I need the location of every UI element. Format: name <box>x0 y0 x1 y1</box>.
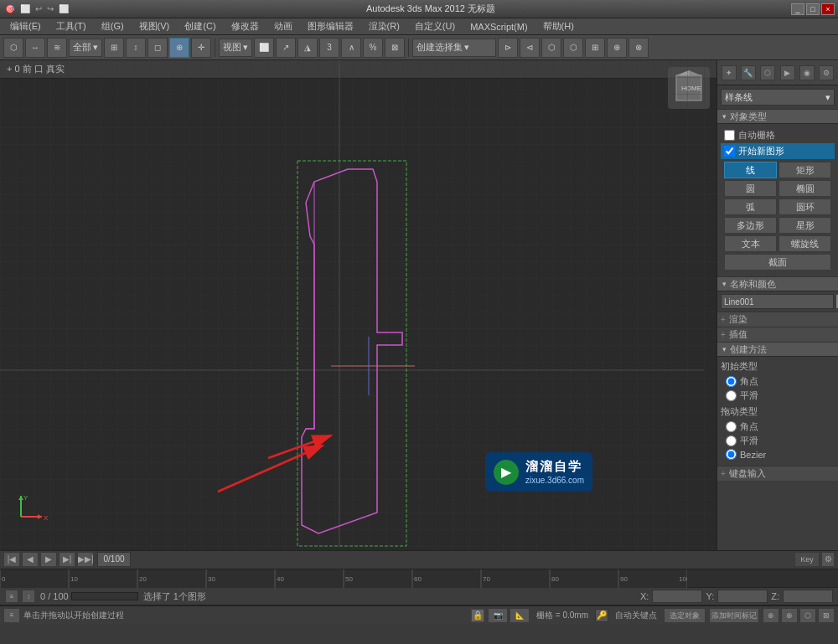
menu-maxscript[interactable]: MAXScript(M) <box>463 20 534 33</box>
toolbar-btn-7[interactable]: ⬜ <box>254 38 274 58</box>
toolbar-btn-select[interactable]: ⊕ <box>169 38 189 58</box>
status-btn-1[interactable]: ≡ <box>5 590 18 603</box>
btn-ellipse[interactable]: 椭圆 <box>779 180 831 197</box>
toolbar-btn-19[interactable]: ⊕ <box>607 38 627 58</box>
toolbar-btn-9[interactable]: ◮ <box>297 38 318 58</box>
btn-circle[interactable]: 圆 <box>724 180 777 197</box>
initial-type-label: 初始类型 <box>721 360 835 373</box>
snap-btn-1[interactable]: 📷 <box>488 608 508 623</box>
toolbar-btn-8[interactable]: ↗ <box>276 38 296 58</box>
key-icon[interactable]: 🔑 <box>595 609 608 622</box>
auto-grid-checkbox[interactable] <box>724 130 735 141</box>
render-rollout[interactable]: + 渲染 <box>717 312 838 327</box>
toolbar-btn-2[interactable]: ↔ <box>25 38 45 58</box>
toolbar-btn-20[interactable]: ⊗ <box>628 38 649 58</box>
y-field[interactable] <box>717 590 768 603</box>
toolbar-btn-10[interactable]: 3 <box>319 38 339 58</box>
menu-render[interactable]: 渲染(R) <box>362 18 406 34</box>
object-name-input[interactable] <box>721 294 834 309</box>
toolbar-btn-13[interactable]: ⊠ <box>385 38 405 58</box>
menu-graph-editor[interactable]: 图形编辑器 <box>301 18 360 34</box>
menu-edit[interactable]: 编辑(E) <box>3 18 48 34</box>
toolbar-btn-16[interactable]: ⬡ <box>541 38 561 58</box>
status-btn-2[interactable]: ↕ <box>22 590 35 603</box>
drag-smooth-radio[interactable] <box>726 435 737 446</box>
panel-icon-hierarchy[interactable]: ⬡ <box>760 65 775 80</box>
new-shape-checkbox[interactable] <box>724 146 735 157</box>
bottom-r-1[interactable]: ⊕ <box>763 608 779 623</box>
btn-donut[interactable]: 圆环 <box>779 198 831 215</box>
initial-corner-radio[interactable] <box>726 376 737 387</box>
toolbar-btn-14[interactable]: ⊳ <box>498 38 518 58</box>
tl-next-key[interactable]: ▶▶| <box>77 552 94 567</box>
toolbar-btn-6[interactable]: ◻ <box>147 38 168 58</box>
panel-icon-display[interactable]: ◉ <box>799 65 815 80</box>
btn-arc[interactable]: 弧 <box>724 198 777 215</box>
menu-view[interactable]: 视图(V) <box>132 18 177 34</box>
section-name-color[interactable]: ▾ 名称和颜色 <box>717 276 838 291</box>
panel-icon-motion[interactable]: ▶ <box>780 65 795 80</box>
mode-dropdown[interactable]: 全部 ▾ <box>69 39 102 57</box>
tl-play[interactable]: ▶ <box>40 552 57 567</box>
view-dropdown[interactable]: 视图 ▾ <box>219 39 252 57</box>
btn-polygon[interactable]: 多边形 <box>724 217 777 234</box>
btn-helix[interactable]: 螺旋线 <box>779 235 831 252</box>
toolbar-btn-15[interactable]: ⊲ <box>520 38 540 58</box>
toolbar-btn-17[interactable]: ⬡ <box>563 38 583 58</box>
toolbar-btn-4[interactable]: ⊞ <box>104 38 124 58</box>
bottom-r-4[interactable]: ⊠ <box>818 608 835 623</box>
auto-key-btn[interactable]: 选定对象 <box>664 608 706 623</box>
viewport[interactable]: + 0 前 口 真实 HOME <box>0 60 716 550</box>
bottom-r-2[interactable]: ⊗ <box>781 608 798 623</box>
menu-create[interactable]: 创建(C) <box>178 18 222 34</box>
bottom-r-3[interactable]: ⬡ <box>799 608 816 623</box>
close-button[interactable]: × <box>821 3 835 15</box>
snap-btn-2[interactable]: 📐 <box>510 608 530 623</box>
btn-text[interactable]: 文本 <box>724 235 777 252</box>
window-title: Autodesk 3ds Max 2012 无标题 <box>70 3 791 15</box>
menu-customize[interactable]: 自定义(U) <box>408 18 462 34</box>
tl-key-mode[interactable]: Key <box>794 552 820 567</box>
minimize-button[interactable]: _ <box>791 3 804 15</box>
section-create-method[interactable]: ▾ 创建方法 <box>717 342 838 357</box>
section-object-type[interactable]: ▾ 对象类型 <box>717 109 838 124</box>
btn-star[interactable]: 星形 <box>779 217 831 234</box>
btn-line[interactable]: 线 <box>724 162 777 178</box>
menu-modifiers[interactable]: 修改器 <box>225 18 266 34</box>
lock-icon[interactable]: 🔒 <box>471 609 484 622</box>
tl-prev-key[interactable]: |◀ <box>3 552 20 567</box>
toolbar-btn-11[interactable]: ∧ <box>341 38 361 58</box>
toolbar-btn-12[interactable]: % <box>363 38 383 58</box>
tl-time-cfg[interactable]: ⚙ <box>821 552 835 567</box>
tl-prev-frame[interactable]: ◀ <box>22 552 39 567</box>
panel-icon-modify[interactable]: 🔧 <box>741 65 756 80</box>
toolbar-btn-3[interactable]: ≋ <box>47 38 67 58</box>
frame-number[interactable]: 0/100 <box>97 552 131 567</box>
btn-rect[interactable]: 矩形 <box>779 162 831 178</box>
toolbar-btn-1[interactable]: ⬡ <box>3 38 23 58</box>
keyboard-rollout[interactable]: + 键盘输入 <box>717 466 838 481</box>
spline-dropdown[interactable]: 样条线 ▾ <box>721 89 835 106</box>
toolbar-btn-5[interactable]: ↕ <box>126 38 146 58</box>
menu-group[interactable]: 组(G) <box>95 18 131 34</box>
timeline-track[interactable]: 0 10 20 30 40 50 60 70 80 90 100 <box>0 569 838 587</box>
toolbar-btn-18[interactable]: ⊞ <box>585 38 605 58</box>
z-field[interactable] <box>783 590 833 603</box>
selection-dropdown[interactable]: 创建选择集 ▾ <box>412 39 496 57</box>
drag-bezier-radio[interactable] <box>726 449 737 460</box>
drag-corner-radio[interactable] <box>726 421 737 432</box>
btn-section[interactable]: 截面 <box>724 254 831 270</box>
maximize-button[interactable]: □ <box>806 3 820 15</box>
panel-icon-create[interactable]: ✦ <box>722 65 737 80</box>
initial-smooth-radio[interactable] <box>726 390 737 401</box>
menu-help[interactable]: 帮助(H) <box>536 18 581 34</box>
panel-icon-utilities[interactable]: ⚙ <box>819 65 834 80</box>
add-time-btn[interactable]: 添加时间标记 <box>709 608 759 623</box>
bottom-btn-1[interactable]: ≡ <box>3 608 20 623</box>
x-field[interactable] <box>652 590 702 603</box>
interpolation-rollout[interactable]: + 插值 <box>717 327 838 342</box>
tl-next-frame[interactable]: ▶| <box>59 552 75 567</box>
menu-tools[interactable]: 工具(T) <box>49 18 93 34</box>
toolbar-btn-move[interactable]: ✛ <box>191 38 211 58</box>
menu-animation[interactable]: 动画 <box>267 18 299 34</box>
